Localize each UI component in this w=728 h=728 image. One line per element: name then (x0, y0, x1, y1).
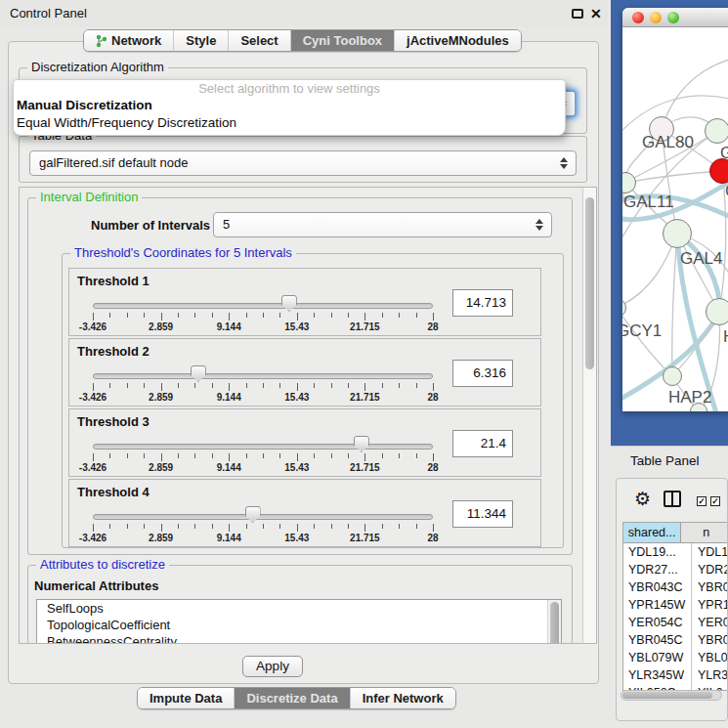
tab-impute-data[interactable]: Impute Data (138, 688, 235, 708)
tick-label: 21.715 (350, 462, 380, 473)
table-column-header[interactable]: n (681, 523, 728, 542)
tab-jactivemnodules[interactable]: jActiveMNodules (395, 30, 521, 51)
slider-ticks (93, 383, 433, 392)
discretization-algorithm-label: Discretization Algorithm (27, 61, 168, 74)
table-row[interactable]: YBL079WYBL0 (623, 649, 728, 666)
network-node-c[interactable] (709, 158, 728, 184)
mac-minimize-icon[interactable] (650, 12, 662, 23)
slider-thumb[interactable] (354, 436, 369, 452)
scrollbar-thumb[interactable] (585, 197, 594, 369)
tab-select[interactable]: Select (229, 30, 290, 51)
network-node-ga[interactable] (705, 118, 728, 144)
tab-cyni-toolbox[interactable]: Cyni Toolbox (291, 30, 395, 51)
table-row[interactable]: YER054CYER0 (623, 614, 728, 631)
tick-mark (297, 524, 298, 532)
slider-track[interactable] (93, 303, 433, 309)
table-row[interactable]: YPR145WYPR1 (623, 596, 728, 614)
table-row[interactable]: YLR345WYLR3 (623, 666, 728, 684)
gear-icon[interactable]: ⚙ (634, 490, 651, 509)
tick-mark (144, 524, 145, 529)
slider-tick-labels: -3.4262.8599.14415.4321.71528 (93, 321, 433, 332)
tick-mark (382, 524, 383, 529)
network-canvas[interactable]: GAL80GACGAL11GAL4GCY1HHAP2 (622, 28, 728, 411)
tick-mark (178, 313, 179, 318)
threshold-value-field[interactable]: 11.344 (452, 500, 513, 528)
scrollbar-thumb[interactable] (550, 602, 559, 644)
tick-mark (279, 313, 280, 318)
slider-thumb[interactable] (245, 506, 261, 523)
tick-mark (297, 383, 298, 391)
algorithm-option[interactable]: Manual Discretization (14, 97, 565, 114)
network-window: GAL80GACGAL11GAL4GCY1HHAP2 (622, 8, 728, 411)
tick-label: -3.426 (79, 321, 107, 332)
tick-mark (399, 313, 400, 318)
attribute-list-item[interactable]: SelfLoops (37, 600, 561, 617)
tick-mark (348, 524, 349, 529)
threshold-value-field[interactable]: 6.316 (452, 360, 513, 387)
tick-mark (127, 524, 128, 529)
tab-discretize-data[interactable]: Discretize Data (235, 688, 350, 708)
tick-mark (93, 453, 94, 461)
algorithm-option[interactable]: Equal Width/Frequency Discretization (14, 114, 565, 132)
attribute-list-item[interactable]: BetweennessCentrality (37, 633, 561, 644)
tick-mark (416, 313, 417, 318)
close-icon[interactable]: ✕ (590, 5, 602, 22)
tick-mark (212, 313, 213, 318)
table-cell: YDL1 (692, 543, 728, 561)
split-columns-icon[interactable] (664, 491, 681, 507)
tick-mark (109, 313, 110, 318)
attributes-list-scrollbar[interactable] (547, 600, 561, 644)
tick-label: 9.144 (217, 462, 241, 473)
slider-track[interactable] (93, 373, 433, 379)
slider-ticks (93, 453, 433, 462)
tick-mark (212, 383, 213, 388)
tick-mark (263, 313, 264, 318)
mac-zoom-icon[interactable] (667, 12, 679, 23)
table-data-combobox[interactable]: galFiltered.sif default node (29, 150, 577, 176)
table-row[interactable]: YDL19...YDL1 (623, 543, 728, 561)
algorithm-dropdown-popup: Select algorithm to view settings Manual… (13, 79, 566, 136)
checkbox-icon[interactable]: ✓ (697, 496, 707, 506)
tick-mark (229, 453, 230, 461)
tab-network[interactable]: Network (84, 30, 174, 51)
network-node-h[interactable] (706, 298, 728, 325)
table-row[interactable]: YDR27...YDR2 (623, 561, 728, 578)
table-row[interactable]: YBR045CYBR0 (623, 631, 728, 649)
table-cell: YBR043C (623, 578, 692, 596)
slider-track[interactable] (93, 514, 433, 520)
table-data-group: Table Data galFiltered.sif default node (19, 136, 587, 183)
number-of-intervals-combobox[interactable]: 5 (213, 212, 552, 237)
float-window-icon[interactable] (572, 9, 583, 19)
table-row[interactable]: YBR043CYBR0 (623, 578, 728, 596)
tick-mark (331, 453, 332, 458)
table-column-header[interactable]: shared... (623, 523, 681, 542)
slider-thumb[interactable] (191, 365, 206, 382)
tick-mark (364, 453, 365, 461)
checkbox-icon[interactable]: ✓ (710, 496, 720, 506)
settings-vertical-scrollbar[interactable] (582, 188, 596, 643)
threshold-value-field[interactable]: 14.713 (452, 289, 513, 317)
tick-mark (279, 383, 280, 388)
scrollbar-thumb[interactable] (622, 692, 712, 699)
mac-close-icon[interactable] (632, 12, 644, 23)
tick-mark (194, 313, 195, 318)
tick-mark (433, 524, 434, 532)
node-table: shared...n YDL19...YDL1YDR27...YDR2YBR04… (622, 522, 728, 691)
tick-mark (399, 383, 400, 388)
network-icon (96, 34, 107, 48)
slider-thumb[interactable] (281, 295, 297, 312)
slider-track[interactable] (93, 444, 433, 450)
tab-style[interactable]: Style (174, 30, 229, 51)
cyni-toolbox-pane: Discretization Algorithm Select algorith… (8, 41, 599, 684)
attribute-list-item[interactable]: TopologicalCoefficient (37, 617, 561, 633)
table-panel: ⚙ ✓ ✓ shared...n YDL19...YDL1YDR27...YDR… (616, 478, 728, 721)
network-node-gal4[interactable] (663, 219, 692, 248)
threshold-value-field[interactable]: 21.4 (452, 430, 513, 457)
table-horizontal-scrollbar[interactable] (621, 690, 722, 701)
apply-button[interactable]: Apply (242, 656, 303, 677)
tick-label: 15.43 (284, 321, 309, 332)
attributes-group: Attributes to discretize Numerical Attri… (27, 565, 573, 644)
network-node-hap2[interactable] (663, 366, 682, 386)
number-of-intervals-label: Number of Intervals (91, 218, 210, 233)
tab-infer-network[interactable]: Infer Network (351, 688, 455, 708)
